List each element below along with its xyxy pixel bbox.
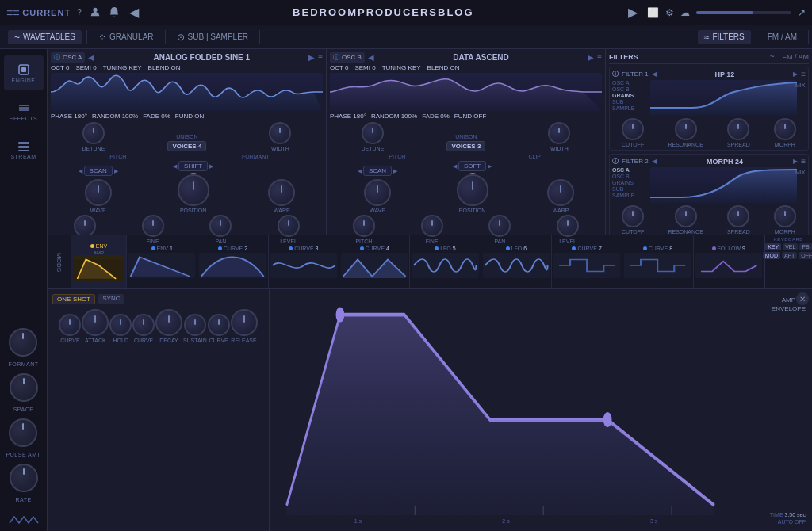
env-one-shot-badge[interactable]: ONE-SHOT <box>52 294 95 304</box>
nav-next[interactable]: ▶ <box>625 5 641 20</box>
osc-a-warp-knob[interactable] <box>268 179 295 206</box>
mod-item-curve4[interactable]: CURVE 4 <box>339 235 410 288</box>
filter2-next[interactable]: ▶ <box>793 158 798 165</box>
osc-a-level-knob[interactable] <box>278 215 300 237</box>
osc-a-wave-knob[interactable] <box>85 179 112 206</box>
mod-item-env1[interactable]: ENV 1 <box>127 235 197 288</box>
tab-filters[interactable]: ≈ FILTERS <box>698 30 751 44</box>
filter2-menu[interactable]: ≡ <box>801 157 806 166</box>
mod-item-curve3[interactable]: CURVE 3 <box>269 235 339 288</box>
osc-b-fine-knob[interactable] <box>421 215 443 237</box>
svg-point-0 <box>93 7 97 11</box>
osc-b-wave-knob[interactable] <box>364 179 391 206</box>
expand-icon[interactable]: ↗ <box>798 7 806 18</box>
kb-mod[interactable]: MOD <box>763 252 780 259</box>
mod-item-curve7[interactable]: CURVE 7 <box>552 235 622 288</box>
osc-a-fine-knob[interactable] <box>142 215 164 237</box>
mod-item-amp-env[interactable]: ENV AMP <box>71 235 127 288</box>
osc-a-scan-badge[interactable]: SCAN <box>84 166 113 176</box>
nav-prev[interactable]: ◀ <box>126 5 142 20</box>
mod-item-curve2[interactable]: CURVE 2 <box>197 235 268 288</box>
filter2-spread-knob[interactable] <box>727 205 749 227</box>
filter2-morph-knob[interactable] <box>774 205 796 227</box>
env-release-knob[interactable] <box>231 309 258 336</box>
env-decay-knob[interactable] <box>155 309 182 336</box>
osc-b-level-knob[interactable] <box>557 215 579 237</box>
env-hold-knob[interactable] <box>109 314 132 336</box>
sidebar-item-stream[interactable]: STREAM <box>4 132 44 166</box>
bell-icon[interactable] <box>109 6 120 19</box>
preset-name: BEDROOMPRODUCERSBLOG <box>148 6 619 18</box>
osc-b-badge: ⓘ OSC B <box>330 52 365 63</box>
kb-key[interactable]: KEY <box>765 243 781 250</box>
amp-env-svg <box>276 296 736 525</box>
filter1-resonance-knob[interactable] <box>675 118 697 140</box>
tab-sub-sampler[interactable]: ⊙ SUB | SAMPLER <box>170 30 255 44</box>
osc-b-detune-knob[interactable] <box>362 122 384 144</box>
mod-item-lfo6[interactable]: LFO 6 <box>481 235 552 288</box>
osc-b-prev[interactable]: ◀ <box>368 53 374 62</box>
space-knob[interactable] <box>10 373 38 402</box>
osc-a-pitch-knob[interactable] <box>74 215 96 237</box>
osc-b-menu[interactable]: ≡ <box>597 53 602 62</box>
osc-b-next[interactable]: ▶ <box>588 53 594 62</box>
mod-curve8-header: CURVE 8 <box>643 246 672 251</box>
filter1-morph-knob[interactable] <box>774 118 796 140</box>
filter2-cutoff-knob[interactable] <box>622 205 644 227</box>
user-icon[interactable] <box>90 6 101 19</box>
tab-wavetables[interactable]: ~ WAVETABLES <box>8 30 82 44</box>
kb-pb[interactable]: PB <box>799 243 811 250</box>
osc-b-warp-knob[interactable] <box>547 179 574 206</box>
env-curve3-knob[interactable] <box>208 314 230 336</box>
osc-b-position-knob[interactable] <box>457 174 488 206</box>
osc-b-voices-badge[interactable]: VOICES 3 <box>446 141 485 151</box>
env-sync-badge[interactable]: SYNC <box>98 294 124 304</box>
filter1-prev[interactable]: ◀ <box>652 71 657 78</box>
kb-aft[interactable]: AFT <box>782 252 797 259</box>
filter1-next[interactable]: ▶ <box>793 71 798 78</box>
osc-a-width-knob[interactable] <box>269 122 291 144</box>
filter1-spread-knob[interactable] <box>727 118 749 140</box>
settings-icon[interactable]: ⚙ <box>665 7 674 18</box>
osc-b-scan-badge[interactable]: SCAN <box>363 166 392 176</box>
env-attack-knob[interactable] <box>82 309 109 336</box>
kb-off[interactable]: OFF <box>799 252 812 259</box>
tab-fm-am[interactable]: FM / AM <box>761 31 803 43</box>
env-curve1-knob[interactable] <box>59 314 81 336</box>
pulse-amt-knob[interactable] <box>9 418 37 447</box>
env-curve2-knob[interactable] <box>132 314 155 336</box>
osc-a-voices-badge[interactable]: VOICES 4 <box>167 141 206 151</box>
filter2-prev[interactable]: ◀ <box>652 158 657 165</box>
osc-a-position-knob[interactable] <box>178 174 209 206</box>
sidebar-item-engine[interactable]: ENGINE <box>4 55 44 90</box>
osc-b-pitch-knob[interactable] <box>353 215 375 237</box>
osc-a-pan-knob[interactable] <box>209 215 232 237</box>
mod-item-lfo5[interactable]: LFO 5 <box>410 235 481 288</box>
filter2-block: ⓘ FILTER 2 ◀ MORPH 24 ▶ ≡ OSC A OSC B GR… <box>609 154 809 249</box>
save-icon[interactable]: ⬜ <box>647 7 659 18</box>
env-sustain-knob[interactable] <box>184 314 206 336</box>
rate-knob[interactable] <box>10 464 38 492</box>
filter2-resonance-knob[interactable] <box>675 205 697 227</box>
osc-b-pan-knob[interactable] <box>488 215 511 237</box>
osc-b-clip-badge[interactable]: SOFT <box>458 161 486 171</box>
osc-a-menu[interactable]: ≡ <box>318 53 323 62</box>
osc-a-prev[interactable]: ◀ <box>88 53 94 62</box>
mod-item-follow9[interactable]: FOLLOW 9 <box>694 235 764 288</box>
cloud-icon[interactable]: ☁ <box>680 7 690 18</box>
tab-group-filters: ≈ FILTERS FM / AM <box>693 30 809 44</box>
osc-a-next[interactable]: ▶ <box>308 53 315 62</box>
formant-knob[interactable] <box>9 328 37 357</box>
osc-a-detune-knob[interactable] <box>82 122 105 144</box>
filter1-cutoff-knob[interactable] <box>622 118 644 140</box>
tab-granular[interactable]: ⁘ GRANULAR <box>92 30 160 44</box>
mod-item-curve8[interactable]: CURVE 8 <box>622 235 693 288</box>
osc-b-width-knob[interactable] <box>548 122 570 144</box>
fm-am-label[interactable]: FM / AM <box>783 53 810 61</box>
sidebar-item-effects[interactable]: EFFECTS <box>4 94 44 128</box>
filter1-menu[interactable]: ≡ <box>801 70 806 78</box>
amp-env-close[interactable]: ✕ <box>796 292 809 305</box>
kb-vel[interactable]: VEL <box>783 243 798 250</box>
help-icon[interactable]: ? <box>77 8 82 17</box>
osc-a-shift-badge[interactable]: SHIFT <box>178 161 208 171</box>
